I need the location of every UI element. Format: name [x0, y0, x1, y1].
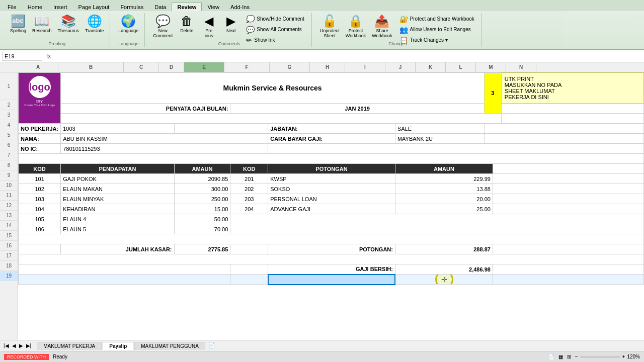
row-num-8[interactable]: 8 — [0, 160, 18, 170]
row-num-7[interactable]: 7 — [0, 150, 18, 160]
normal-view-icon[interactable]: ▦ — [558, 354, 563, 359]
next-sheet-arrow[interactable]: ▶ — [18, 343, 25, 348]
first-sheet-arrow[interactable]: |◀ — [2, 343, 11, 348]
next-button[interactable]: ▶ Next — [221, 14, 241, 34]
table-row: 101 GAJI POKOK 2090.85 201 KWSP 229.99 — [19, 174, 644, 184]
tab-formulas[interactable]: Formulas — [115, 3, 149, 11]
proofing-group: 🔤 Spelling 📖 Research 📚 Thesaurus 🌐 Tran… — [4, 13, 110, 47]
spacer-r10 — [493, 184, 643, 194]
show-all-comments-button[interactable]: 💬 Show All Comments — [243, 25, 307, 35]
row-num-12[interactable]: 12 — [0, 201, 18, 211]
row-num-1[interactable]: 1 — [0, 72, 18, 100]
highlight-number-cell[interactable]: 3 — [484, 73, 501, 114]
cara-bayar-label: CARA BAYAR GAJI: — [268, 134, 395, 144]
show-hide-comment-button[interactable]: 💭 Show/Hide Comment — [243, 14, 307, 24]
zoom-slider[interactable] — [580, 356, 620, 358]
tab-page-layout[interactable]: Page Layout — [73, 3, 115, 11]
row-num-2[interactable]: 2 — [0, 100, 18, 110]
col-header-c[interactable]: C — [124, 62, 159, 72]
row-num-6[interactable]: 6 — [0, 140, 18, 150]
header-amaun2: AMAUN — [395, 164, 493, 174]
allow-users-button[interactable]: 👥 Allow Users to Edit Ranges — [396, 25, 477, 35]
col-header-m[interactable]: M — [476, 62, 506, 72]
language-label: Language — [118, 41, 138, 46]
col-header-d[interactable]: D — [159, 62, 184, 72]
language-button[interactable]: 🌍 Language — [116, 14, 140, 34]
new-comment-button[interactable]: 💬 NewComment — [151, 14, 175, 39]
col-header-j[interactable]: J — [385, 62, 416, 72]
row-num-4[interactable]: 4 — [0, 120, 18, 130]
tab-review[interactable]: Review — [172, 3, 202, 11]
col-header-h[interactable]: H — [310, 62, 345, 72]
col-header-i[interactable]: I — [345, 62, 385, 72]
tab-addins[interactable]: Add-Ins — [225, 3, 255, 11]
prev-sheet-arrow[interactable]: ◀ — [11, 343, 18, 348]
last-sheet-arrow[interactable]: ▶| — [25, 343, 33, 348]
sheet-tab-maklumat-pekerja[interactable]: MAKLUMAT PEKERJA — [37, 342, 102, 350]
selected-cell-e19[interactable] — [268, 275, 395, 285]
col-header-b[interactable]: B — [58, 62, 124, 72]
table-row: NO IC: 780101115293 — [19, 144, 644, 154]
share-workbook-button[interactable]: 📤 ShareWorkbook — [370, 14, 394, 39]
tab-data[interactable]: Data — [149, 3, 172, 11]
row-num-18[interactable]: 18 — [0, 261, 18, 271]
table-row — [19, 114, 644, 124]
spacer-r18a — [19, 264, 230, 275]
formula-input[interactable] — [55, 53, 642, 59]
logo-text: logo — [29, 81, 50, 93]
col-header-l[interactable]: L — [446, 62, 476, 72]
row-num-5[interactable]: 5 — [0, 130, 18, 140]
protect-share-button[interactable]: 🔐 Protect and Share Workbook — [396, 14, 477, 24]
company-title: Mukmin Service & Resources — [61, 73, 485, 104]
desc-gaji-pokok: GAJI POKOK — [61, 174, 174, 184]
tab-view[interactable]: View — [202, 3, 225, 11]
col-header-n[interactable]: N — [506, 62, 536, 72]
row-num-19[interactable]: 19 — [0, 271, 18, 281]
table-row — [19, 154, 644, 164]
col-header-f[interactable]: F — [224, 62, 270, 72]
row-num-11[interactable]: 11 — [0, 191, 18, 201]
tab-insert[interactable]: Insert — [48, 3, 73, 11]
cursor-cell[interactable]: ✛ — [395, 275, 493, 285]
research-button[interactable]: 📖 Research — [30, 14, 54, 34]
zoom-out-button[interactable]: − — [575, 354, 578, 359]
row-num-13[interactable]: 13 — [0, 211, 18, 221]
tab-home[interactable]: Home — [22, 3, 48, 11]
row-num-10[interactable]: 10 — [0, 180, 18, 191]
spacer-r4b — [484, 124, 643, 134]
track-changes-button[interactable]: 📋 Track Changes ▾ — [396, 35, 477, 45]
thesaurus-button[interactable]: 📚 Thesaurus — [56, 14, 82, 34]
cell-reference-input[interactable]: E19 — [2, 52, 42, 61]
show-ink-button[interactable]: ✏ Show Ink — [243, 35, 307, 45]
row-num-3[interactable]: 3 — [0, 110, 18, 120]
col-header-g[interactable]: G — [270, 62, 310, 72]
spelling-button[interactable]: 🔤 Spelling — [8, 14, 28, 34]
row-num-17[interactable]: 17 — [0, 251, 18, 261]
row-num-14[interactable]: 14 — [0, 221, 18, 231]
previous-button[interactable]: ◀ Preious — [199, 14, 219, 39]
table-row: KOD PENDAPATAN AMAUN KOD POTONGAN AMAUN — [19, 164, 644, 174]
protection-toggles: 🔐 Protect and Share Workbook 👥 Allow Use… — [396, 14, 477, 45]
col-header-a[interactable]: A — [18, 62, 58, 72]
spacer-r8 — [493, 164, 643, 174]
protect-workbook-button[interactable]: 🔒 ProtectWorkbook — [344, 14, 368, 39]
users-icon: 👥 — [399, 26, 408, 34]
sheet-insert-icon[interactable]: 📄 — [208, 342, 215, 349]
sheet-tab-payslip[interactable]: Payslip — [103, 342, 133, 350]
page-break-icon[interactable]: ⊞ — [567, 354, 571, 359]
spacer-r11 — [493, 194, 643, 204]
spacer-r6 — [268, 144, 644, 154]
row-num-16[interactable]: 16 — [0, 241, 18, 251]
page-layout-icon[interactable]: 📄 — [548, 354, 554, 359]
sheet-tab-maklumat-pengguna[interactable]: MAKLUMAT PENGGUNA — [134, 342, 205, 350]
row-num-9[interactable]: 9 — [0, 170, 18, 180]
delete-comment-button[interactable]: 🗑 Delete — [177, 14, 197, 34]
sheet-tabs: |◀ ◀ ▶ ▶| MAKLUMAT PEKERJA Payslip MAKLU… — [0, 340, 644, 351]
row-num-15[interactable]: 15 — [0, 231, 18, 241]
unprotect-sheet-button[interactable]: 🔓 UnprotectSheet — [318, 14, 342, 39]
zoom-in-button[interactable]: + — [622, 354, 625, 359]
translate-button[interactable]: 🌐 Translate — [83, 14, 106, 34]
col-header-e[interactable]: E — [184, 62, 224, 72]
col-header-k[interactable]: K — [416, 62, 446, 72]
tab-file[interactable]: File — [2, 3, 22, 11]
